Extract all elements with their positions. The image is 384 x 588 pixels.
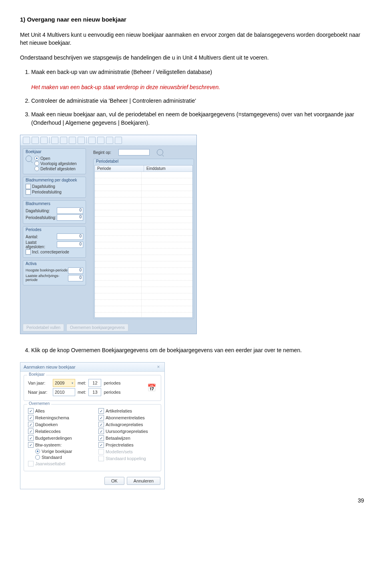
toolbar-icon[interactable] xyxy=(69,137,76,144)
check-label: Btw-systeem: xyxy=(35,442,62,447)
panel-title: Periodetabel xyxy=(94,159,193,163)
toolbar-nav-next-icon[interactable] xyxy=(106,137,113,144)
van-jaar-input[interactable]: 2009▾ xyxy=(53,379,75,387)
toolbar-icon[interactable] xyxy=(32,137,39,144)
periodetabel-vullen-button[interactable]: Periodetabel vullen xyxy=(23,324,64,331)
table-row[interactable] xyxy=(95,178,192,185)
panel-title: Bladnummering per dagboek xyxy=(26,178,83,182)
met-label: met: xyxy=(78,381,86,385)
overnemen-item: Standaard koppeling xyxy=(98,456,157,461)
hoogste-boekingsperiode-input[interactable]: 0 xyxy=(68,267,83,274)
overnemen-boekjaargegevens-button[interactable]: Overnemen boekjaargegevens xyxy=(66,324,128,331)
toolbar-icon[interactable] xyxy=(78,137,85,144)
table-row[interactable] xyxy=(95,185,192,191)
check-label: Relatiecodes xyxy=(35,429,61,434)
radio-label: Definitief afgesloten xyxy=(40,167,76,171)
checkbox-icon xyxy=(98,449,104,454)
table-row[interactable] xyxy=(95,268,192,274)
close-icon[interactable]: × xyxy=(156,364,161,370)
periodeafsluiting-check[interactable]: Periodeafsluiting xyxy=(26,189,83,195)
aantal-input[interactable]: 0 xyxy=(57,233,83,240)
radio-label: Voorlopig afgesloten xyxy=(40,161,77,166)
table-row[interactable] xyxy=(95,287,192,293)
table-row[interactable] xyxy=(95,229,192,236)
table-row[interactable] xyxy=(95,306,192,313)
laatst-afgesloten-input[interactable]: 0 xyxy=(57,241,83,248)
panel-title: Activa xyxy=(26,261,83,266)
table-row[interactable] xyxy=(95,249,192,255)
jaarwisseltabel-item: Jaarwisseltabel xyxy=(28,461,86,466)
checkbox-icon xyxy=(28,422,34,427)
checkbox-icon xyxy=(28,408,34,414)
overnemen-item[interactable]: Betaalwijzen xyxy=(98,435,157,441)
overnemen-item[interactable]: Activagroeprelaties xyxy=(98,422,157,427)
toolbar-icon[interactable] xyxy=(40,137,48,144)
checkbox-icon xyxy=(98,415,104,421)
table-row[interactable] xyxy=(95,223,192,229)
overnemen-item[interactable]: Abonnementrelaties xyxy=(98,415,157,421)
check-label: Rekeningschema xyxy=(35,415,69,420)
table-row[interactable] xyxy=(95,210,192,217)
status-definitief-radio[interactable]: Definitief afgesloten xyxy=(34,166,77,171)
calendar-icon[interactable]: 📅 xyxy=(146,383,157,393)
table-row[interactable] xyxy=(95,313,192,318)
status-voorlopig-radio[interactable]: Voorlopig afgesloten xyxy=(34,161,77,166)
search-icon[interactable] xyxy=(26,155,32,162)
naar-periodes-input[interactable]: 13 xyxy=(88,388,101,396)
date-search-icon[interactable] xyxy=(157,149,163,155)
overnemen-item[interactable]: Alles xyxy=(28,408,86,414)
status-open-radio[interactable]: Open xyxy=(34,156,77,161)
periodetabel-grid[interactable]: Periode Einddatum xyxy=(94,165,193,318)
table-row[interactable] xyxy=(95,217,192,223)
btw-standaard-radio[interactable]: Standaard xyxy=(35,455,86,460)
toolbar-icon[interactable] xyxy=(60,137,67,144)
incl-correctieperiode-check[interactable]: Incl. correctieperiode xyxy=(26,249,83,255)
periodeafsluiting-input[interactable]: 0 xyxy=(57,214,83,221)
panel-title: Boekjaar xyxy=(26,149,83,154)
naar-jaar-input[interactable]: 2010 xyxy=(53,388,75,396)
periodes-label: periodes xyxy=(104,390,120,395)
table-row[interactable] xyxy=(95,274,192,281)
toolbar-nav-last-icon[interactable] xyxy=(115,137,122,144)
overnemen-item[interactable]: Uursoortgroeprelaties xyxy=(98,429,157,434)
toolbar-icon[interactable] xyxy=(51,137,58,144)
begint-op-input[interactable] xyxy=(118,149,150,155)
periodetabel-panel: Periodetabel Periode Einddatum xyxy=(93,159,194,319)
boekjaar-fieldset: Boekjaar Van jaar: 2009▾ met: 12 periode… xyxy=(24,375,161,401)
dagafsluiting-check[interactable]: Dagafsluiting xyxy=(26,184,83,189)
boekjaar-window: Boekjaar Open Voorlopig afgesloten Defin… xyxy=(20,135,197,334)
radio-icon xyxy=(35,449,40,454)
table-row[interactable] xyxy=(95,236,192,242)
toolbar xyxy=(20,135,196,146)
ok-button[interactable]: OK xyxy=(104,477,124,485)
table-row[interactable] xyxy=(95,300,192,306)
checkbox-icon xyxy=(28,435,34,441)
toolbar-nav-first-icon[interactable] xyxy=(88,137,96,144)
overnemen-item[interactable]: Dagboeken xyxy=(28,422,86,427)
toolbar-icon[interactable] xyxy=(23,137,30,144)
dagafsluiting-input[interactable]: 0 xyxy=(57,207,83,214)
table-row[interactable] xyxy=(95,261,192,268)
toolbar-nav-prev-icon[interactable] xyxy=(97,137,104,144)
table-row[interactable] xyxy=(95,191,192,197)
table-row[interactable] xyxy=(95,197,192,204)
van-periodes-input[interactable]: 12 xyxy=(88,379,101,387)
overnemen-item[interactable]: Budgetverdelingen xyxy=(28,435,86,441)
btw-vorige-radio[interactable]: Vorige boekjaar xyxy=(35,449,86,454)
periodes-label: periodes xyxy=(104,381,120,385)
table-row[interactable] xyxy=(95,293,192,300)
overnemen-item[interactable]: Rekeningschema xyxy=(28,415,86,421)
step-4: Klik op de knop Overnemen Boekjaargegeve… xyxy=(31,346,364,354)
table-row[interactable] xyxy=(95,255,192,261)
laatste-afschrijvingsperiode-input[interactable]: 0 xyxy=(68,275,83,281)
checkbox-icon xyxy=(98,408,104,414)
overnemen-item[interactable]: Relatiecodes xyxy=(28,429,86,434)
table-row[interactable] xyxy=(95,242,192,249)
overnemen-item[interactable]: Artikelrelaties xyxy=(98,408,157,414)
overnemen-item[interactable]: Btw-systeem: xyxy=(28,442,86,448)
overnemen-item[interactable]: Projectrelaties xyxy=(98,442,157,448)
table-row[interactable] xyxy=(95,281,192,287)
cancel-button[interactable]: Annuleren xyxy=(127,477,160,485)
table-row[interactable] xyxy=(95,204,192,210)
table-row[interactable] xyxy=(95,172,192,178)
